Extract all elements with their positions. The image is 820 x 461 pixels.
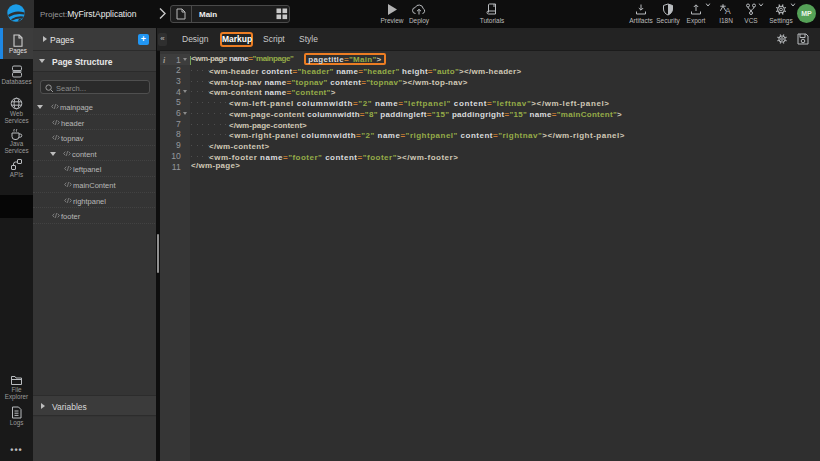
svg-text:A: A [725, 6, 731, 16]
